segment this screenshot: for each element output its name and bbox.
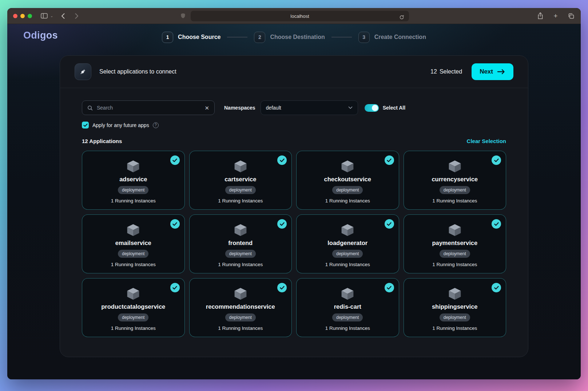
search-input[interactable] <box>97 105 200 111</box>
connect-icon <box>75 63 91 80</box>
application-card[interactable]: checkoutservice deployment 1 Running Ins… <box>296 151 399 210</box>
application-card[interactable]: adservice deployment 1 Running Instances <box>82 151 185 210</box>
minimize-window-button[interactable] <box>20 14 25 18</box>
selected-check-icon <box>277 219 287 229</box>
kind-badge: deployment <box>118 186 148 194</box>
application-name: redis-cart <box>334 303 361 310</box>
instances-label: 1 Running Instances <box>432 325 477 331</box>
close-window-button[interactable] <box>13 14 17 18</box>
zoom-window-button[interactable] <box>28 14 32 18</box>
selected-counter: 12 Selected <box>430 68 462 75</box>
next-button[interactable]: Next <box>472 63 513 80</box>
applications-grid: adservice deployment 1 Running Instances… <box>82 151 506 337</box>
stepper-connector <box>331 37 352 37</box>
kind-badge: deployment <box>225 250 256 258</box>
step-label: Create Connection <box>374 34 426 40</box>
step-choose-destination[interactable]: 2 Choose Destination <box>254 32 325 43</box>
applications-count: 12 Applications <box>82 138 122 144</box>
package-icon <box>126 287 140 301</box>
step-number-badge: 3 <box>358 32 370 43</box>
kind-badge: deployment <box>118 313 148 321</box>
namespace-selected-value: default <box>266 105 348 111</box>
application-name: cartservice <box>225 176 256 183</box>
forward-button[interactable] <box>73 12 81 20</box>
next-button-label: Next <box>480 68 493 75</box>
application-card[interactable]: emailservice deployment 1 Running Instan… <box>82 214 185 273</box>
selected-check-icon <box>277 283 287 292</box>
instances-label: 1 Running Instances <box>218 198 263 204</box>
clear-selection-link[interactable]: Clear Selection <box>467 138 506 144</box>
application-card[interactable]: frontend deployment 1 Running Instances <box>189 214 292 273</box>
back-button[interactable] <box>59 12 67 20</box>
application-name: productcatalogservice <box>101 303 165 310</box>
instances-label: 1 Running Instances <box>218 262 263 267</box>
select-all-toggle[interactable] <box>365 104 379 112</box>
odigos-page: Odigos 1 Choose Source 2 Choose Destinat… <box>7 24 581 379</box>
kind-badge: deployment <box>440 186 470 194</box>
selected-check-icon <box>385 219 394 229</box>
sidebar-toggle-icon[interactable] <box>40 12 48 20</box>
step-number-badge: 1 <box>162 32 173 43</box>
new-tab-button[interactable]: + <box>552 12 560 20</box>
privacy-shield-icon[interactable] <box>179 12 187 20</box>
browser-window: ⌄ localhost <box>7 8 581 379</box>
search-icon <box>87 105 93 111</box>
step-choose-source[interactable]: 1 Choose Source <box>162 32 220 43</box>
selected-check-icon <box>492 155 501 165</box>
select-all-toggle-group: Select All <box>365 104 406 112</box>
package-icon <box>448 287 462 301</box>
application-card[interactable]: redis-cart deployment 1 Running Instance… <box>296 278 399 337</box>
selected-check-icon <box>492 283 501 292</box>
next-arrow-icon <box>497 69 505 75</box>
reload-button[interactable] <box>398 13 406 21</box>
stepper-connector <box>227 37 247 37</box>
instances-label: 1 Running Instances <box>111 198 156 204</box>
application-card[interactable]: paymentservice deployment 1 Running Inst… <box>404 214 506 273</box>
instances-label: 1 Running Instances <box>325 262 370 267</box>
selected-check-icon <box>492 219 501 229</box>
application-card[interactable]: productcatalogservice deployment 1 Runni… <box>82 278 185 337</box>
future-apps-label: Apply for any future apps <box>92 122 149 128</box>
application-name: currencyservice <box>432 176 478 183</box>
kind-badge: deployment <box>332 250 363 258</box>
package-icon <box>233 223 248 237</box>
step-create-connection[interactable]: 3 Create Connection <box>358 32 426 43</box>
address-bar[interactable]: localhost <box>191 11 409 21</box>
setup-stepper: 1 Choose Source 2 Choose Destination 3 C… <box>162 32 426 43</box>
application-name: frontend <box>228 240 253 246</box>
application-name: recommendationservice <box>206 303 275 310</box>
applications-header: 12 Applications Clear Selection <box>82 138 506 144</box>
package-icon <box>126 223 140 237</box>
application-card[interactable]: loadgenerator deployment 1 Running Insta… <box>296 214 399 273</box>
package-icon <box>448 223 462 237</box>
application-card[interactable]: currencyservice deployment 1 Running Ins… <box>404 151 506 210</box>
tab-overview-icon[interactable] <box>567 12 575 20</box>
sidebar-chevron-icon[interactable]: ⌄ <box>50 14 53 18</box>
panel-body: ✕ Namespaces default Select All <box>60 88 528 357</box>
select-all-label: Select All <box>383 105 406 111</box>
application-name: shippingservice <box>432 303 478 310</box>
odigos-logo: Odigos <box>23 30 58 41</box>
help-icon[interactable]: ? <box>153 122 159 128</box>
application-name: checkoutservice <box>324 176 371 183</box>
instances-label: 1 Running Instances <box>218 325 263 331</box>
future-apps-checkbox[interactable] <box>82 122 89 129</box>
clear-search-icon[interactable]: ✕ <box>204 105 209 111</box>
application-card[interactable]: cartservice deployment 1 Running Instanc… <box>189 151 292 210</box>
share-icon[interactable] <box>536 12 544 20</box>
search-box: ✕ <box>82 100 215 115</box>
package-icon <box>340 287 355 301</box>
browser-toolbar: ⌄ localhost <box>7 8 581 24</box>
kind-badge: deployment <box>225 313 256 321</box>
package-icon <box>233 287 248 301</box>
toggle-knob <box>372 105 378 111</box>
namespace-select[interactable]: default <box>261 100 358 115</box>
filter-row: ✕ Namespaces default Select All <box>82 100 506 115</box>
choose-source-panel: Select applications to connect 12 Select… <box>60 55 528 357</box>
application-card[interactable]: shippingservice deployment 1 Running Ins… <box>404 278 506 337</box>
application-card[interactable]: recommendationservice deployment 1 Runni… <box>189 278 292 337</box>
selected-label: Selected <box>440 68 462 75</box>
application-name: adservice <box>119 176 147 183</box>
kind-badge: deployment <box>332 313 363 321</box>
instances-label: 1 Running Instances <box>111 325 156 331</box>
